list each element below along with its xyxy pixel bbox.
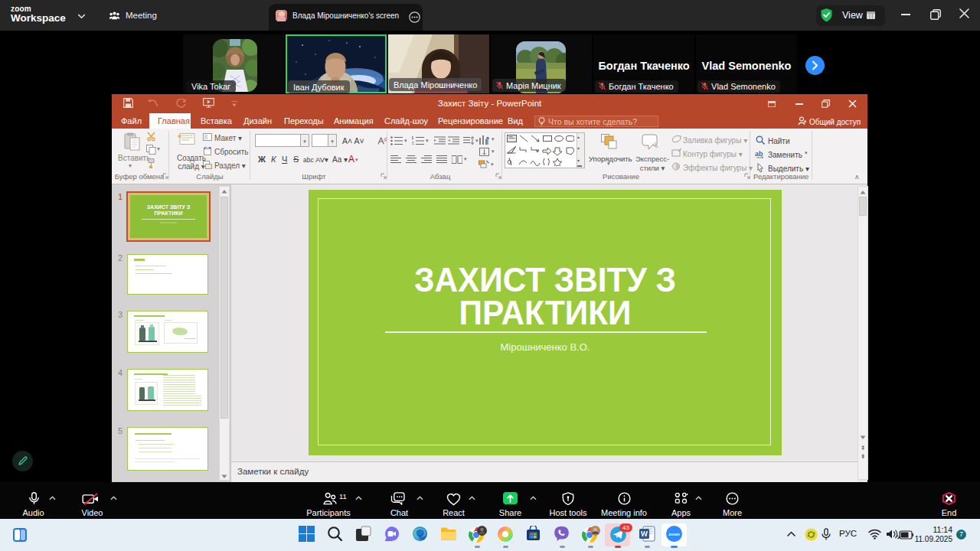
svg-text:zoom: zoom [668, 532, 680, 536]
